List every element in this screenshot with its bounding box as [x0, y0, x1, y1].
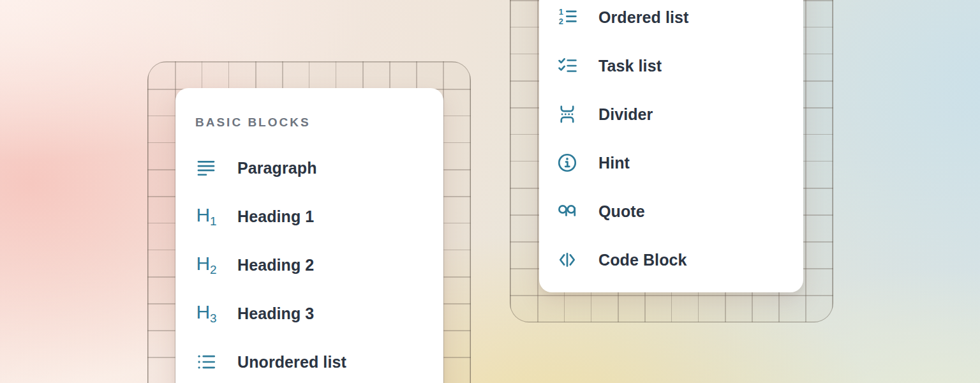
ordered-list-icon: 12	[556, 6, 578, 28]
unordered-list-icon	[195, 351, 217, 373]
menu-item-label: Quote	[598, 202, 645, 221]
svg-text:1: 1	[559, 7, 563, 17]
quote-icon	[556, 200, 578, 222]
menu-item-hint[interactable]: Hint	[556, 139, 803, 187]
menu-item-label: Code Block	[598, 251, 687, 269]
paragraph-icon	[195, 157, 217, 179]
basic-blocks-menu-list: Paragraph H1 Heading 1 H2 Heading 2 H3 H…	[195, 144, 443, 383]
divider-icon	[556, 103, 578, 125]
heading-2-icon: H2	[195, 254, 217, 276]
menu-item-ordered-list[interactable]: 12 Ordered list	[556, 0, 803, 41]
svg-text:2: 2	[559, 17, 563, 26]
menu-item-label: Paragraph	[237, 159, 317, 177]
menu-item-unordered-list[interactable]: Unordered list	[195, 338, 443, 383]
menu-item-label: Ordered list	[598, 8, 689, 27]
menu-item-divider[interactable]: Divider	[556, 90, 803, 139]
more-blocks-menu-list: 12 Ordered list Task list Divider Hint Q…	[556, 0, 803, 284]
menu-item-label: Unordered list	[237, 353, 346, 372]
more-blocks-menu: 12 Ordered list Task list Divider Hint Q…	[539, 0, 803, 292]
menu-item-code-block[interactable]: Code Block	[556, 236, 803, 284]
menu-item-paragraph[interactable]: Paragraph	[195, 144, 443, 192]
menu-item-label: Divider	[598, 105, 653, 124]
heading-1-icon: H1	[195, 206, 217, 227]
menu-item-quote[interactable]: Quote	[556, 187, 803, 236]
basic-blocks-section-header: BASIC BLOCKS	[195, 115, 443, 130]
menu-item-heading-2[interactable]: H2 Heading 2	[195, 241, 443, 289]
task-list-icon	[556, 55, 578, 77]
menu-item-label: Heading 1	[237, 207, 314, 226]
menu-item-heading-1[interactable]: H1 Heading 1	[195, 192, 443, 241]
hint-icon	[556, 152, 578, 174]
menu-item-label: Heading 2	[237, 256, 314, 274]
menu-item-heading-3[interactable]: H3 Heading 3	[195, 289, 443, 338]
menu-item-label: Hint	[598, 154, 630, 172]
menu-item-label: Task list	[598, 57, 662, 75]
basic-blocks-menu: BASIC BLOCKS Paragraph H1 Heading 1 H2 H…	[175, 88, 443, 383]
menu-item-task-list[interactable]: Task list	[556, 41, 803, 90]
heading-3-icon: H3	[195, 303, 217, 324]
gradient-background: BASIC BLOCKS Paragraph H1 Heading 1 H2 H…	[0, 0, 980, 383]
menu-item-label: Heading 3	[237, 304, 314, 323]
code-block-icon	[556, 249, 578, 271]
